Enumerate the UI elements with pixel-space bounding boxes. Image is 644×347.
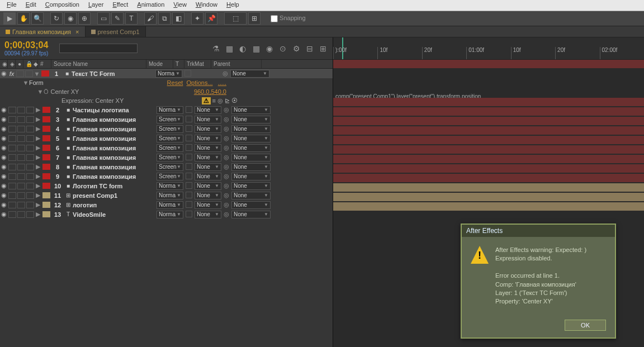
layer-bar[interactable] <box>333 136 644 144</box>
parent-dropdown[interactable]: None▼ <box>231 163 271 171</box>
menu-window[interactable]: Window <box>191 0 222 11</box>
layer-bar[interactable] <box>333 98 644 106</box>
parent-dropdown[interactable]: None▼ <box>231 201 271 209</box>
expression-pickwhip-icon[interactable]: ◎ <box>217 97 223 104</box>
layer-bar[interactable] <box>333 155 644 163</box>
trkmat-dropdown[interactable]: None▼ <box>195 125 221 133</box>
pickwhip-icon[interactable]: ◎ <box>221 106 231 113</box>
roto-tool-icon[interactable]: ✦ <box>191 12 203 25</box>
rotate-tool-icon[interactable]: ↻ <box>50 12 63 25</box>
layer-row[interactable]: ◉▶10■Логотип TC formNorma▼None▼◎None▼ <box>0 181 333 191</box>
parent-dropdown[interactable]: None▼ <box>231 182 271 190</box>
visibility-icon[interactable]: ◉ <box>0 144 8 151</box>
mode-dropdown[interactable]: Screen▼ <box>157 116 183 123</box>
ok-button[interactable]: OK <box>565 320 606 331</box>
rect-tool-icon[interactable]: ▭ <box>97 12 110 25</box>
twirl-icon[interactable]: ▶ <box>35 116 41 123</box>
visibility-icon[interactable]: ◉ <box>0 154 8 161</box>
layer-bar[interactable] <box>333 60 644 68</box>
visibility-icon[interactable]: ◉ <box>0 201 8 208</box>
preserve-transparency-toggle[interactable] <box>186 163 192 170</box>
comp-tab-0[interactable]: Главная композиция× <box>0 26 86 37</box>
expression-enable-icon[interactable]: ≡ <box>212 97 216 104</box>
mode-dropdown[interactable]: Norma▼ <box>157 106 183 114</box>
trkmat-dropdown[interactable]: None▼ <box>195 144 221 152</box>
expression-language-icon[interactable]: ⦿ <box>231 97 238 104</box>
twirl-icon[interactable]: ▶ <box>35 173 41 180</box>
visibility-icon[interactable]: ◉ <box>0 173 8 180</box>
snapping-toggle[interactable]: Snapping <box>271 15 306 22</box>
parent-dropdown[interactable]: None▼ <box>231 144 271 152</box>
parent-dropdown[interactable]: None▼ <box>231 154 271 161</box>
timeline-ruler[interactable]: ):00f10f20f01:00f10f20f02:00f <box>333 37 644 60</box>
trkmat-dropdown[interactable]: None▼ <box>195 106 221 114</box>
layer-row[interactable]: ◉▶3■Главная композицияScreen▼None▼◎None▼ <box>0 115 333 124</box>
col-source[interactable]: Source Name <box>51 60 146 68</box>
graph-editor-icon[interactable]: ▦ <box>251 44 261 54</box>
twirl-icon[interactable]: ▶ <box>35 182 41 189</box>
pickwhip-icon[interactable]: ◎ <box>221 201 231 208</box>
col-mode[interactable]: Mode <box>146 60 173 68</box>
eraser-tool-icon[interactable]: ◧ <box>172 12 184 25</box>
mode-dropdown[interactable]: Screen▼ <box>157 154 183 161</box>
menu-layer[interactable]: Layer <box>84 0 108 11</box>
visibility-icon[interactable]: ◉ <box>0 182 8 189</box>
layer-bar[interactable] <box>333 202 644 211</box>
trkmat-dropdown[interactable]: None▼ <box>195 182 221 190</box>
twirl-icon[interactable]: ▶ <box>35 163 41 170</box>
layer-row[interactable]: ◉▶7■Главная композицияScreen▼None▼◎None▼ <box>0 153 333 162</box>
frame-blend-icon[interactable]: ▦ <box>224 44 234 54</box>
mode-dropdown[interactable]: Norma▼ <box>155 70 182 78</box>
layer-row[interactable]: ◉▶8■Главная композицияScreen▼None▼◎None▼ <box>0 162 333 172</box>
visibility-icon[interactable]: ◉ <box>0 135 8 142</box>
pen-tool-icon[interactable]: ✎ <box>111 12 124 25</box>
pickwhip-icon[interactable]: ◎ <box>221 182 231 189</box>
pickwhip-icon[interactable]: ◎ <box>221 192 231 199</box>
visibility-icon[interactable]: ◉ <box>0 211 8 218</box>
trkmat-dropdown[interactable]: None▼ <box>195 192 221 199</box>
parent-dropdown[interactable]: None▼ <box>231 192 271 199</box>
preserve-transparency-toggle[interactable] <box>186 201 192 208</box>
visibility-icon[interactable]: ◉ <box>0 163 8 170</box>
preserve-transparency-toggle[interactable] <box>186 144 192 151</box>
twirl-icon[interactable]: ▼ <box>34 70 40 77</box>
layer-bar[interactable] <box>333 174 644 182</box>
world-axis-icon[interactable]: ⊞ <box>248 12 261 25</box>
pickwhip-icon[interactable]: ◎ <box>221 173 231 180</box>
mode-dropdown[interactable]: Screen▼ <box>157 144 183 152</box>
mode-dropdown[interactable]: Norma▼ <box>157 192 183 199</box>
trkmat-dropdown[interactable]: None▼ <box>195 154 221 161</box>
brush-tool-icon[interactable]: 🖌 <box>144 12 157 25</box>
layer-bar[interactable] <box>333 164 644 173</box>
local-axis-icon[interactable]: ⬚ <box>224 12 247 25</box>
search-input[interactable] <box>59 44 138 53</box>
menu-animation[interactable]: Animation <box>132 0 169 11</box>
preserve-transparency-toggle[interactable] <box>186 182 192 189</box>
visibility-icon[interactable]: ◉ <box>0 106 8 113</box>
pickwhip-icon[interactable]: ◎ <box>221 125 231 132</box>
mode-dropdown[interactable]: Screen▼ <box>157 163 183 171</box>
layer-row[interactable]: ◉▶12⊞логотипNorma▼None▼◎None▼ <box>0 200 333 210</box>
comp-tab-1[interactable]: present Comp1 <box>86 26 146 37</box>
layer-bar[interactable] <box>333 126 644 135</box>
parent-dropdown[interactable]: None▼ <box>231 116 271 123</box>
visibility-icon[interactable]: ◉ <box>0 192 8 199</box>
twirl-icon[interactable]: ▶ <box>35 106 41 113</box>
mode-dropdown[interactable]: Norma▼ <box>157 211 183 218</box>
layer-bar[interactable] <box>333 117 644 125</box>
cog-icon[interactable]: ⚙ <box>291 44 301 54</box>
twirl-icon[interactable]: ▶ <box>35 192 41 199</box>
expand-icon[interactable]: ⊞ <box>318 44 328 54</box>
pickwhip-icon[interactable]: ◎ <box>221 135 231 142</box>
menu-help[interactable]: Help <box>222 0 244 11</box>
parent-dropdown[interactable]: None▼ <box>231 173 271 180</box>
pickwhip-icon[interactable]: ◎ <box>220 70 230 77</box>
preserve-transparency-toggle[interactable] <box>186 211 192 217</box>
layer-row[interactable]: ◉▶5■Главная композицияScreen▼None▼◎None▼ <box>0 134 333 143</box>
twirl-icon[interactable]: ▶ <box>35 125 41 132</box>
trkmat-dropdown[interactable]: None▼ <box>195 135 221 142</box>
reset-link[interactable]: Reset <box>167 79 183 86</box>
pickwhip-icon[interactable]: ◎ <box>221 211 231 218</box>
layer-row[interactable]: ◉fx▼1■Текст TC FormNorma▼◎None▼ <box>0 69 333 78</box>
pickwhip-icon[interactable]: ◎ <box>221 144 231 151</box>
